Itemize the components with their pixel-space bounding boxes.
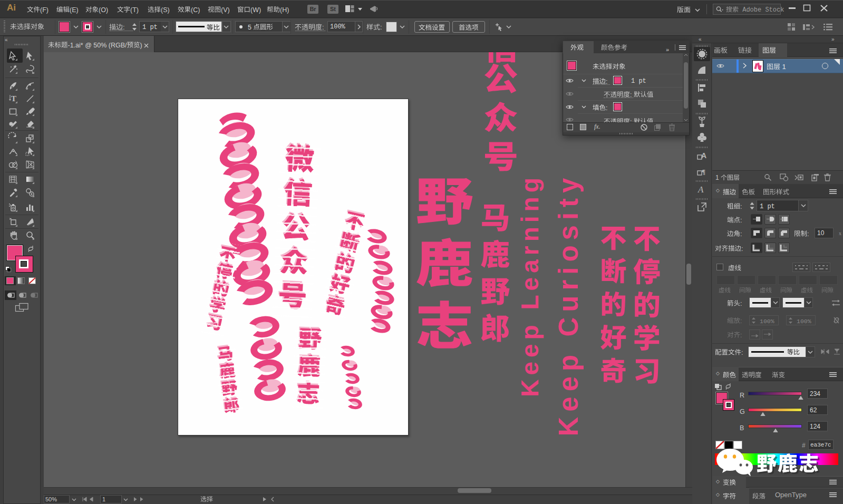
svg-text:(H): (H) (280, 6, 289, 13)
svg-text:1 pt: 1 pt (142, 24, 158, 31)
svg-text::: : (740, 299, 742, 307)
svg-text:-1.ai* @ 50% (RGB/: -1.ai* @ 50% (RGB/ (68, 41, 128, 49)
svg-text:G: G (740, 408, 745, 415)
svg-text:1: 1 (715, 174, 721, 181)
svg-text:(T): (T) (130, 6, 139, 13)
svg-text::: : (740, 216, 742, 224)
svg-text:100%: 100% (760, 317, 774, 324)
svg-text::: : (807, 230, 809, 237)
svg-text::: : (606, 77, 607, 85)
svg-text::: : (123, 23, 125, 31)
svg-text::: : (741, 348, 743, 356)
svg-text:(O): (O) (99, 6, 108, 13)
svg-text:R: R (740, 391, 744, 399)
svg-text::: : (740, 230, 742, 237)
svg-text:(F): (F) (40, 6, 49, 13)
svg-text:100%: 100% (797, 317, 811, 324)
svg-text::: : (630, 91, 634, 98)
svg-text:A: A (697, 185, 704, 195)
svg-text:1 pt: 1 pt (631, 77, 646, 85)
svg-text::: : (740, 331, 742, 338)
svg-text::: : (740, 202, 742, 210)
svg-text::: : (380, 23, 382, 31)
svg-text:): ) (140, 41, 142, 49)
svg-text:(V): (V) (221, 6, 230, 13)
svg-text:A: A (701, 151, 706, 160)
svg-text:1: 1 (780, 63, 786, 71)
svg-text:T: T (11, 94, 16, 103)
svg-text::: : (740, 317, 742, 324)
svg-text:¶: ¶ (702, 168, 705, 176)
svg-text:(C): (C) (191, 6, 200, 13)
svg-text:(W): (W) (250, 6, 261, 13)
svg-text:100%: 100% (330, 23, 346, 31)
svg-text:Adobe Stock: Adobe Stock (739, 6, 784, 14)
svg-text::: : (741, 245, 743, 252)
svg-text:1 pt: 1 pt (760, 203, 775, 210)
svg-text:5: 5 (248, 23, 253, 31)
svg-text:B: B (740, 424, 744, 431)
svg-text::: : (322, 23, 324, 31)
svg-text::: : (606, 104, 607, 111)
svg-text:(S): (S) (161, 6, 170, 13)
svg-text:(E): (E) (70, 6, 79, 13)
